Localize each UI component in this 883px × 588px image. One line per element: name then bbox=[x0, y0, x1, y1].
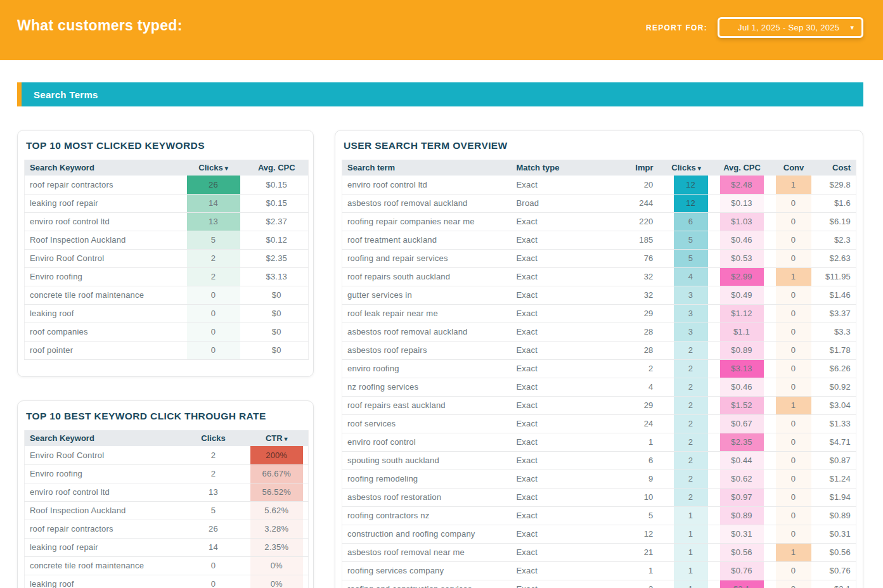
clicks-cell: 0 bbox=[182, 341, 245, 359]
cost-cell: $3.1 bbox=[818, 580, 856, 588]
ctr-cell: 0% bbox=[245, 556, 309, 575]
avg-cpc-cell: $0.56 bbox=[714, 543, 770, 561]
table-row: leaking roof0$0 bbox=[25, 304, 309, 323]
search-term-cell: roof repairs south auckland bbox=[342, 267, 512, 286]
match-type-cell: Exact bbox=[512, 304, 621, 323]
search-term-cell: asbestos roof removal near me bbox=[342, 543, 512, 561]
keyword-cell: leaking roof bbox=[25, 575, 182, 588]
search-term-cell: asbestos roof removal auckland bbox=[342, 323, 512, 341]
cost-cell: $1.6 bbox=[818, 194, 856, 212]
impr-cell: 2 bbox=[621, 359, 659, 378]
clicks-cell: 2 bbox=[659, 396, 714, 414]
cost-cell: $2.3 bbox=[818, 231, 856, 249]
clicks-cell: 13 bbox=[182, 212, 245, 231]
table-row: roofing repair companies near meExact220… bbox=[342, 212, 856, 231]
clicks-cell: 2 bbox=[659, 414, 714, 433]
clicks-cell: 4 bbox=[659, 267, 714, 286]
table-row: asbestos roof repairsExact282$0.890$1.78 bbox=[342, 341, 856, 359]
search-term-cell: nz roofing services bbox=[342, 378, 512, 396]
conv-cell: 0 bbox=[770, 231, 818, 249]
impr-cell: 4 bbox=[621, 378, 659, 396]
impr-cell: 1 bbox=[621, 433, 659, 451]
match-type-cell: Exact bbox=[512, 212, 621, 231]
avg-cpc-cell: $0.89 bbox=[714, 341, 770, 359]
section-title: Search Terms bbox=[34, 89, 98, 100]
search-term-cell: roofing remodeling bbox=[342, 470, 512, 488]
clicks-cell: 0 bbox=[182, 323, 245, 341]
col-header-clicks[interactable]: Clicks▾ bbox=[182, 160, 245, 176]
avg-cpc-cell: $0 bbox=[245, 304, 309, 323]
table-row: asbestos roof removal near meExact211$0.… bbox=[342, 543, 856, 561]
table-row: concrete tile roof maintenance0$0 bbox=[25, 286, 309, 304]
cost-cell: $0.76 bbox=[818, 561, 856, 580]
avg-cpc-cell: $0.31 bbox=[714, 525, 770, 543]
avg-cpc-cell: $0 bbox=[245, 323, 309, 341]
date-range-dropdown[interactable]: Jul 1, 2025 - Sep 30, 2025 ▾ bbox=[718, 17, 863, 38]
keyword-cell: roof pointer bbox=[25, 341, 182, 359]
sort-desc-icon: ▾ bbox=[285, 435, 288, 442]
search-term-cell: roof services bbox=[342, 414, 512, 433]
card-title: TOP 10 BEST KEYWORD CLICK THROUGH RATE bbox=[26, 411, 305, 422]
conv-cell: 0 bbox=[770, 433, 818, 451]
keyword-cell: leaking roof repair bbox=[25, 194, 182, 212]
keyword-cell: concrete tile roof maintenance bbox=[25, 556, 182, 575]
col-header-avg-cpc: Avg. CPC bbox=[714, 160, 770, 176]
match-type-cell: Exact bbox=[512, 231, 621, 249]
clicks-cell: 14 bbox=[182, 194, 245, 212]
cost-cell: $0.31 bbox=[818, 525, 856, 543]
clicks-cell: 5 bbox=[659, 231, 714, 249]
impr-cell: 10 bbox=[621, 488, 659, 506]
impr-cell: 244 bbox=[621, 194, 659, 212]
keyword-cell: Enviro Roof Control bbox=[25, 249, 182, 267]
table-row: enviro roof control ltd13$2.37 bbox=[25, 212, 309, 231]
table-row: roofing contractors nzExact51$0.890$0.89 bbox=[342, 506, 856, 525]
match-type-cell: Exact bbox=[512, 451, 621, 470]
search-term-cell: roofing and construction services bbox=[342, 580, 512, 588]
impr-cell: 185 bbox=[621, 231, 659, 249]
avg-cpc-cell: $0.46 bbox=[714, 378, 770, 396]
keyword-cell: roof companies bbox=[25, 323, 182, 341]
clicks-cell: 14 bbox=[182, 538, 245, 556]
keyword-cell: enviro roof control ltd bbox=[25, 483, 182, 501]
col-header-ctr[interactable]: CTR▾ bbox=[245, 430, 309, 446]
search-term-cell: enviro roofing bbox=[342, 359, 512, 378]
conv-cell: 1 bbox=[770, 176, 818, 194]
match-type-cell: Exact bbox=[512, 176, 621, 194]
col-header-clicks[interactable]: Clicks▾ bbox=[659, 160, 714, 176]
clicks-cell: 12 bbox=[659, 194, 714, 212]
impr-cell: 28 bbox=[621, 341, 659, 359]
conv-cell: 0 bbox=[770, 323, 818, 341]
table-row: Enviro roofing266.67% bbox=[25, 464, 309, 483]
clicks-cell: 1 bbox=[659, 543, 714, 561]
clicks-cell: 6 bbox=[659, 212, 714, 231]
clicks-cell: 2 bbox=[182, 249, 245, 267]
card-best-ctr-keywords: TOP 10 BEST KEYWORD CLICK THROUGH RATE S… bbox=[17, 400, 314, 588]
search-term-cell: roof treatment auckland bbox=[342, 231, 512, 249]
section-bar-search-terms: Search Terms bbox=[17, 82, 863, 106]
match-type-cell: Exact bbox=[512, 396, 621, 414]
ctr-cell: 2.35% bbox=[245, 538, 309, 556]
avg-cpc-cell: $1.03 bbox=[714, 212, 770, 231]
clicks-cell: 3 bbox=[659, 323, 714, 341]
cost-cell: $1.78 bbox=[818, 341, 856, 359]
table-row: spouting south aucklandExact62$0.440$0.8… bbox=[342, 451, 856, 470]
card-title: TOP 10 MOST CLICKED KEYWORDS bbox=[26, 140, 305, 151]
col-header-clicks: Clicks bbox=[182, 430, 245, 446]
avg-cpc-cell: $2.35 bbox=[714, 433, 770, 451]
impr-cell: 29 bbox=[621, 304, 659, 323]
clicks-cell: 12 bbox=[659, 176, 714, 194]
match-type-cell: Exact bbox=[512, 286, 621, 304]
match-type-cell: Exact bbox=[512, 506, 621, 525]
search-term-cell: asbestos roof removal auckland bbox=[342, 194, 512, 212]
keyword-cell: Enviro roofing bbox=[25, 267, 182, 286]
table-row: asbestos roof removal aucklandExact283$1… bbox=[342, 323, 856, 341]
page-header: What customers typed: REPORT FOR: Jul 1,… bbox=[0, 0, 883, 60]
table-row: leaking roof00% bbox=[25, 575, 309, 588]
table-row: enviro roof control ltdExact2012$2.481$2… bbox=[342, 176, 856, 194]
clicks-cell: 2 bbox=[182, 446, 245, 464]
impr-cell: 6 bbox=[621, 451, 659, 470]
clicks-cell: 26 bbox=[182, 176, 245, 194]
match-type-cell: Exact bbox=[512, 323, 621, 341]
table-row: enviro roofingExact22$3.130$6.26 bbox=[342, 359, 856, 378]
avg-cpc-cell: $1.12 bbox=[714, 304, 770, 323]
